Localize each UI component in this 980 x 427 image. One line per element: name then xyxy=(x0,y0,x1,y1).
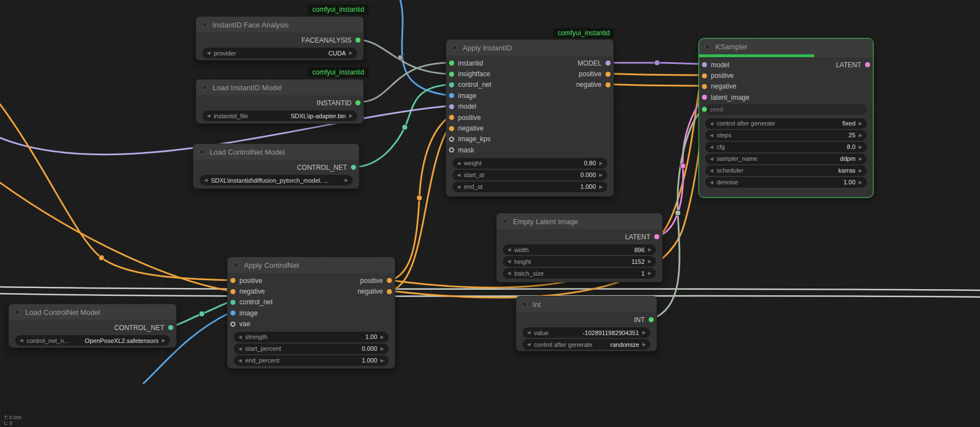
reroute-dot[interactable] xyxy=(675,210,681,216)
node-empty-latent-image[interactable]: Empty Latent Image LATENT ◀ width 896 ▶ … xyxy=(496,213,663,282)
input-slot-instantid[interactable]: instantid xyxy=(446,59,483,67)
widget-width[interactable]: ◀ width 896 ▶ xyxy=(503,244,656,255)
slot-dot[interactable] xyxy=(605,61,611,66)
stepper-right-icon[interactable]: ▶ xyxy=(381,358,384,363)
stepper-left-icon[interactable]: ◀ xyxy=(527,342,530,347)
node-int[interactable]: Int INT ◀ value -1028911982904351 ▶ ◀ co… xyxy=(516,296,657,351)
output-slot-faceanalysis[interactable]: FACEANALYSIS xyxy=(302,36,363,44)
stepper-right-icon[interactable]: ▶ xyxy=(381,335,384,340)
stepper-right-icon[interactable]: ▶ xyxy=(648,247,651,252)
widget-weight[interactable]: ◀ weight 0.80 ▶ xyxy=(452,158,607,169)
graph-canvas[interactable]: comfyui_instantid comfyui_instantid comf… xyxy=(0,0,980,427)
stepper-left-icon[interactable]: ◀ xyxy=(207,113,210,118)
output-slot-negative[interactable]: negative xyxy=(358,287,395,295)
slot-dot[interactable] xyxy=(449,137,454,142)
node-instantid-face-analysis[interactable]: InstantID Face Analysis FACEANALYSIS ◀ p… xyxy=(196,16,364,61)
stepper-left-icon[interactable]: ◀ xyxy=(457,184,460,189)
input-slot-negative[interactable]: negative xyxy=(446,124,483,132)
widget-seed[interactable]: seed xyxy=(705,104,867,115)
output-slot-int[interactable]: INT xyxy=(634,316,657,324)
slot-dot[interactable] xyxy=(449,82,454,87)
collapse-toggle-icon[interactable] xyxy=(705,44,710,49)
output-slot-instantid[interactable]: INSTANTID xyxy=(317,99,363,107)
reroute-dot[interactable] xyxy=(99,255,104,261)
collapse-toggle-icon[interactable] xyxy=(15,309,20,315)
stepper-right-icon[interactable]: ▶ xyxy=(648,271,651,276)
node-title-bar[interactable]: Empty Latent Image xyxy=(497,214,662,229)
widget-strength[interactable]: ◀ strength 1.00 ▶ xyxy=(234,332,389,342)
reroute-dot[interactable] xyxy=(654,60,660,66)
slot-dot[interactable] xyxy=(702,107,707,112)
widget-value[interactable]: ◀ value -1028911982904351 ▶ xyxy=(523,327,650,338)
node-title-bar[interactable]: Load ControlNet Model xyxy=(193,144,359,160)
stepper-left-icon[interactable]: ◀ xyxy=(20,338,23,343)
stepper-right-icon[interactable]: ▶ xyxy=(648,259,651,264)
stepper-left-icon[interactable]: ◀ xyxy=(710,133,713,138)
stepper-right-icon[interactable]: ▶ xyxy=(859,180,862,185)
widget-controlnet-file[interactable]: ◀ SDXL\instantid\diffusion_pytorch_model… xyxy=(200,175,353,185)
widget-end-at[interactable]: ◀ end_at 1.000 ▶ xyxy=(452,182,607,192)
output-slot-model[interactable]: MODEL xyxy=(577,59,613,67)
slot-dot[interactable] xyxy=(449,115,454,120)
reroute-dot[interactable] xyxy=(680,163,686,169)
collapse-toggle-icon[interactable] xyxy=(202,22,207,27)
node-ksampler[interactable]: KSampler model LATENT positive xyxy=(699,38,873,198)
stepper-right-icon[interactable]: ▶ xyxy=(381,346,384,351)
input-slot-image[interactable]: image xyxy=(228,309,258,317)
stepper-left-icon[interactable]: ◀ xyxy=(507,247,511,252)
input-slot-seed[interactable]: seed xyxy=(699,104,873,115)
widget-sampler-name[interactable]: ◀ sampler_name ddpm ▶ xyxy=(705,154,867,164)
reroute-dot[interactable] xyxy=(397,55,403,61)
input-slot-insightface[interactable]: insightface xyxy=(446,70,490,78)
widget-control-after-generate[interactable]: ◀ control after generate fixed ▶ xyxy=(705,118,867,129)
node-title-bar[interactable]: Apply InstantID xyxy=(446,40,613,55)
slot-dot[interactable] xyxy=(355,38,360,43)
node-load-controlnet-model-top[interactable]: Load ControlNet Model CONTROL_NET ◀ SDXL… xyxy=(193,143,359,189)
input-slot-mask[interactable]: mask xyxy=(446,146,474,154)
widget-scheduler[interactable]: ◀ scheduler karras ▶ xyxy=(705,165,867,176)
slot-dot[interactable] xyxy=(654,234,659,239)
stepper-left-icon[interactable]: ◀ xyxy=(457,173,460,178)
input-slot-model[interactable]: model xyxy=(699,61,729,69)
slot-dot[interactable] xyxy=(702,73,707,78)
widget-batch-size[interactable]: ◀ batch_size 1 ▶ xyxy=(503,268,656,279)
input-slot-positive[interactable]: positive xyxy=(228,277,262,285)
input-slot-positive[interactable]: positive xyxy=(446,114,481,122)
slot-dot[interactable] xyxy=(449,104,454,109)
slot-dot[interactable] xyxy=(449,147,454,152)
input-slot-negative[interactable]: negative xyxy=(228,287,265,295)
input-slot-control-net[interactable]: control_net xyxy=(446,81,491,89)
slot-dot[interactable] xyxy=(702,95,707,100)
stepper-right-icon[interactable]: ▶ xyxy=(349,113,353,118)
stepper-left-icon[interactable]: ◀ xyxy=(238,346,242,351)
input-slot-vae[interactable]: vae xyxy=(228,320,250,328)
slot-dot[interactable] xyxy=(605,72,611,77)
slot-dot[interactable] xyxy=(449,72,454,77)
stepper-left-icon[interactable]: ◀ xyxy=(507,271,511,276)
reroute-dot[interactable] xyxy=(417,195,422,201)
stepper-right-icon[interactable]: ▶ xyxy=(162,338,165,343)
slot-dot[interactable] xyxy=(387,289,392,294)
collapse-toggle-icon[interactable] xyxy=(452,45,457,50)
output-slot-latent[interactable]: LATENT xyxy=(836,61,873,69)
node-title-bar[interactable]: Load InstantID Model xyxy=(196,80,363,95)
stepper-right-icon[interactable]: ▶ xyxy=(859,133,862,138)
widget-start-percent[interactable]: ◀ start_percent 0.000 ▶ xyxy=(234,344,389,354)
widget-height[interactable]: ◀ height 1152 ▶ xyxy=(503,256,656,267)
slot-dot[interactable] xyxy=(449,61,454,66)
stepper-right-icon[interactable]: ▶ xyxy=(859,156,862,161)
input-slot-negative[interactable]: negative xyxy=(699,82,736,90)
stepper-right-icon[interactable]: ▶ xyxy=(859,121,862,126)
collapse-toggle-icon[interactable] xyxy=(202,85,207,90)
stepper-left-icon[interactable]: ◀ xyxy=(710,168,713,173)
slot-dot[interactable] xyxy=(230,289,235,294)
input-slot-image-kps[interactable]: image_kps xyxy=(446,135,491,143)
node-apply-instantid[interactable]: Apply InstantID instantid MODEL insightf… xyxy=(446,39,614,197)
input-slot-control-net[interactable]: control_net xyxy=(228,298,272,306)
stepper-right-icon[interactable]: ▶ xyxy=(859,145,862,150)
stepper-right-icon[interactable]: ▶ xyxy=(349,50,353,55)
stepper-left-icon[interactable]: ◀ xyxy=(207,50,210,55)
node-title-bar[interactable]: Load ControlNet Model xyxy=(9,304,176,320)
output-slot-control-net[interactable]: CONTROL_NET xyxy=(114,324,176,332)
stepper-left-icon[interactable]: ◀ xyxy=(457,161,460,166)
